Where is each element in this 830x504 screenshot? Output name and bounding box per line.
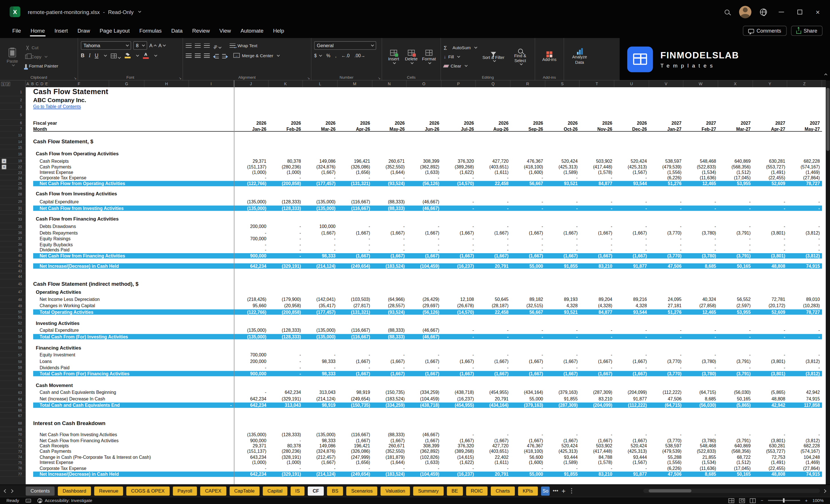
grid-cell[interactable]: - [614, 242, 649, 247]
grid-cell[interactable]: (1,644) [372, 169, 407, 175]
grid-cell[interactable]: - [407, 242, 441, 247]
grid-cell[interactable]: (1,667) [441, 230, 476, 235]
italic-button[interactable]: I [89, 53, 90, 58]
grid-cell[interactable]: (46,667) [407, 206, 441, 211]
grid-cell[interactable]: (88,333) [372, 432, 407, 437]
grid-cell[interactable]: (135,000) [303, 199, 338, 204]
grid-cell[interactable]: (249,654) [338, 396, 372, 402]
grid-cell[interactable]: (1,667) [441, 253, 476, 258]
grid-cell[interactable]: 2027 [753, 120, 787, 126]
grid-cell[interactable]: (574,167) [787, 448, 822, 454]
grid-cell[interactable]: 260,671 [372, 158, 407, 164]
row-label-cell[interactable]: Cash Payments [26, 164, 234, 170]
outline-expand-button[interactable]: + [2, 164, 7, 169]
grid-cell[interactable]: 313,043 [303, 389, 338, 395]
row-label-cell[interactable]: Total Operating Activities [26, 309, 234, 315]
grid-cell[interactable]: - [545, 175, 580, 181]
grid-cell[interactable]: (326,086) [338, 448, 372, 454]
grid-cell[interactable]: - [753, 327, 787, 333]
grid-cell[interactable]: - [268, 253, 303, 258]
grid-cell[interactable]: (64,966) [372, 296, 407, 302]
grid-cell[interactable]: - [753, 206, 787, 211]
grid-cell[interactable]: - [407, 365, 441, 370]
previous-sheet-chevron-icon[interactable] [4, 489, 7, 493]
grid-cell[interactable]: (183,524) [372, 396, 407, 402]
grid-cell[interactable]: (3,770) [649, 438, 683, 443]
grid-cell[interactable]: 74,915 [787, 471, 822, 477]
grid-cell[interactable]: (56,126) [407, 181, 441, 186]
underline-dropdown-chevron-icon[interactable] [104, 54, 107, 57]
zoom-level[interactable]: 100% [812, 498, 824, 503]
sheet-tab-cf[interactable]: CF [308, 486, 324, 496]
grid-cell[interactable]: 200,000 [234, 224, 268, 229]
grid-cell[interactable]: (116,667) [338, 334, 372, 339]
row-header-7[interactable]: 7 [0, 126, 26, 132]
close-button[interactable]: × [811, 5, 825, 19]
grid-cell[interactable]: - [718, 236, 753, 241]
grid-cell[interactable]: - [476, 247, 511, 253]
align-top-button[interactable] [186, 43, 192, 48]
grid-cell[interactable]: - [649, 352, 683, 357]
grid-cell[interactable]: - [649, 365, 683, 370]
grid-cell[interactable]: (1,667) [476, 359, 511, 364]
grid-cell[interactable]: (438,718) [407, 402, 441, 408]
grid-cell[interactable]: 503,902 [580, 158, 614, 164]
grid-cell[interactable]: (128,333) [268, 327, 303, 333]
row-header-69[interactable]: 69 [0, 427, 26, 431]
grid-cell[interactable]: (389,268) [441, 448, 476, 454]
grid-cell[interactable]: 53,955 [718, 181, 753, 186]
menu-tab-view[interactable]: View [215, 25, 236, 36]
grid-cell[interactable]: 4,328 [545, 303, 580, 308]
grid-cell[interactable]: (1,556) [649, 169, 683, 175]
row-header-36[interactable]: 36 [0, 230, 26, 236]
grid-cell[interactable]: (26,429) [407, 296, 441, 302]
grid-cell[interactable]: - [338, 175, 372, 181]
sheet-tab-so[interactable]: So [541, 486, 549, 496]
row-header-77[interactable]: 77 [0, 471, 26, 477]
grid-cell[interactable]: 642,234 [234, 471, 268, 477]
grid-cell[interactable]: (135,000) [234, 199, 268, 204]
grid-cell[interactable]: 682,228 [787, 443, 822, 448]
row-label-cell[interactable]: Operating Activities [26, 288, 234, 296]
row-header-1[interactable]: 1 [0, 87, 26, 96]
grid-cell[interactable]: - [718, 206, 753, 211]
grid-cell[interactable]: 83,210 [580, 471, 614, 477]
column-header-L[interactable]: L [303, 81, 338, 87]
grid-cell[interactable]: 74,915 [787, 396, 822, 402]
increase-decimal-button[interactable]: ←.0 [341, 53, 350, 58]
grid-cell[interactable]: (1,512) [718, 169, 753, 175]
grid-cell[interactable]: - [372, 224, 407, 229]
grid-cell[interactable]: 56,667 [511, 181, 545, 186]
normal-view-button[interactable] [729, 498, 735, 503]
sheet-tab-be[interactable]: BE [447, 486, 463, 496]
column-header-B[interactable]: B [30, 81, 35, 87]
grid-cell[interactable]: - [683, 365, 718, 370]
column-header-M[interactable]: M [338, 81, 372, 87]
grid-cell[interactable]: 20,791 [476, 471, 511, 477]
grid-cell[interactable]: 2026 [545, 120, 580, 126]
grid-cell[interactable]: - [614, 352, 649, 357]
grid-cell[interactable]: (1,469) [787, 460, 822, 465]
row-header-74[interactable]: 74 [0, 454, 26, 460]
grid-cell[interactable]: Oct-26 [545, 126, 580, 132]
next-sheet-chevron-icon[interactable] [10, 489, 13, 493]
grid-cell[interactable]: - [683, 199, 718, 204]
grid-cell[interactable]: 2027 [649, 120, 683, 126]
grid-cell[interactable]: (102,826) [407, 454, 441, 460]
grid-cell[interactable]: (1,667) [441, 359, 476, 364]
row-label-cell[interactable]: Net Income Less Depreciation [26, 296, 234, 302]
grid-cell[interactable]: (334,259) [407, 389, 441, 395]
account-avatar[interactable] [738, 5, 752, 19]
grid-cell[interactable]: (93,524) [372, 181, 407, 186]
outline-level-1-button[interactable]: 1 [1, 82, 5, 86]
grid-cell[interactable]: 78,727 [787, 181, 822, 186]
grid-cell[interactable]: (3,801) [753, 371, 787, 376]
column-header-Q[interactable]: Q [476, 81, 511, 87]
font-dialog-launcher[interactable]: ↘ [179, 76, 181, 80]
grid-cell[interactable]: - [683, 432, 718, 437]
grid-cell[interactable]: 640,869 [718, 443, 753, 448]
sheet-tab-valuation[interactable]: Valuation [381, 486, 410, 496]
grid-cell[interactable]: (3,791) [718, 371, 753, 376]
grid-cell[interactable]: - [234, 389, 268, 395]
sheet-tab-kpis[interactable]: KPIs [518, 486, 538, 496]
